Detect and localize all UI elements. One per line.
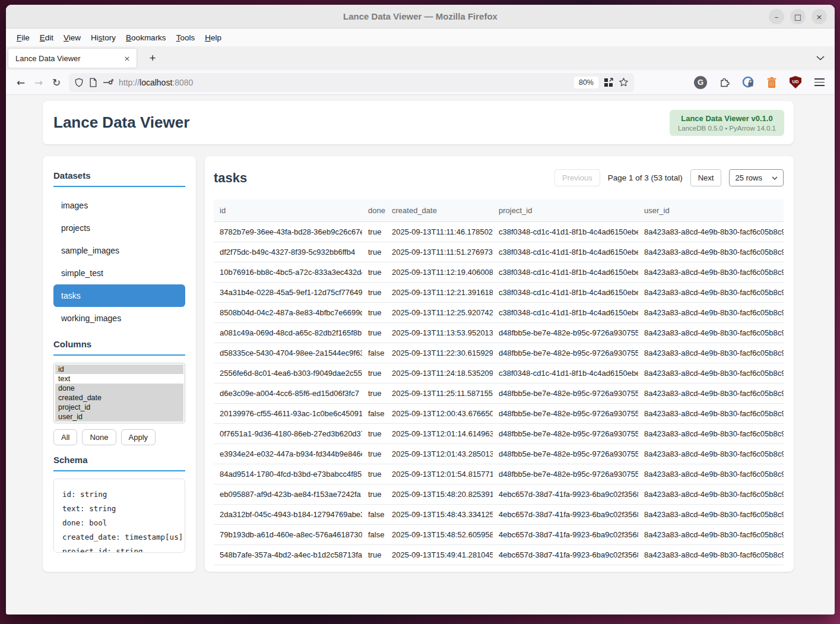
maximize-icon: □ [794,12,801,21]
menu-bookmarks[interactable]: Bookmarks [126,33,166,42]
table-cell: 8a423a83-a8cd-4e9b-8b30-facf6c05b8c9 [638,303,784,323]
trash-icon [766,77,777,88]
table-row[interactable]: 34a31b4e-0228-45a5-9ef1-12d75cf77649true… [214,283,784,303]
tab-lance-data-viewer[interactable]: Lance Data Viewer × [8,49,137,68]
apply-columns-button[interactable]: Apply [121,429,156,445]
column-option-done[interactable]: done [55,384,183,393]
column-option-user_id[interactable]: user_id [55,412,183,422]
column-option-created_date[interactable]: created_date [55,393,183,403]
table-cell: 79b193db-a61d-460e-a8ec-576a4618730b [214,525,362,545]
reload-button[interactable]: ↻ [47,74,65,91]
column-header-user_id: user_id [638,199,784,222]
table-cell: 34a31b4e-0228-45a5-9ef1-12d75cf77649 [214,283,362,303]
url-host: localhost [140,78,172,87]
new-tab-button[interactable]: + [144,49,161,67]
version-badge-subtitle: LanceDB 0.5.0 • PyArrow 14.0.1 [678,125,776,132]
table-cell: 2025-09-13T12:01:54.815771 [386,464,493,484]
table-row[interactable]: 0f7651a1-9d36-4180-86eb-27ed3b620d37true… [214,424,784,444]
table-row[interactable]: 8782b7e9-36ee-43fa-bd28-36eb9c26c67etrue… [214,222,784,242]
table-row[interactable]: 10b76916-bb8c-4bc5-a72c-833a3ec432d4true… [214,262,784,283]
table-cell: 8a423a83-a8cd-4e9b-8b30-facf6c05b8c9 [638,545,784,565]
bookmark-star-icon[interactable] [619,77,629,87]
table-row[interactable]: df2f75dc-b49c-4327-8f39-5c932bb6ffb4true… [214,242,784,262]
close-button[interactable]: × [812,9,827,24]
dataset-item-images[interactable]: images [53,194,185,217]
columns-select[interactable]: idtextdonecreated_dateproject_iduser_id [53,363,185,423]
menu-view[interactable]: View [64,33,81,42]
url-bar[interactable]: http://localhost:8080 80% [69,73,634,92]
table-row[interactable]: d6e3c09e-a004-4cc6-85f6-ed15d06f3fc7true… [214,384,784,404]
zoom-level-button[interactable]: 80% [574,77,598,88]
extensions-puzzle-icon[interactable] [717,75,731,90]
table-row[interactable]: a081c49a-069d-48cd-a65c-82db2f165f8btrue… [214,323,784,343]
column-option-text[interactable]: text [55,374,183,384]
table-cell: 2025-09-13T12:01:14.614963 [386,424,493,444]
forward-button[interactable]: → [30,74,47,91]
trash-extension-icon[interactable] [765,75,779,90]
dataset-title: tasks [214,170,247,186]
dataset-item-projects[interactable]: projects [53,217,185,239]
columns-buttons: All None Apply [53,429,185,445]
column-option-project_id[interactable]: project_id [55,403,183,412]
minimize-button[interactable]: – [769,9,784,24]
url-text: http://localhost:8080 [119,78,193,87]
table-row[interactable]: eb095887-af9d-423b-ae84-f153ae7242fatrue… [214,484,784,505]
page-info-icon[interactable] [89,78,97,87]
table-row[interactable]: 2da312bf-045c-4943-b184-12794769abe3fals… [214,505,784,525]
table-row[interactable]: 8508b04d-04c2-487a-8e83-4bfbc7e6699dtrue… [214,303,784,323]
extension-icons: G UD [693,75,829,90]
table-cell: d58335ce-5430-4704-98ee-2a1544ec9f63 [214,343,362,363]
dataset-item-sample_images[interactable]: sample_images [53,239,185,262]
table-row[interactable]: d58335ce-5430-4704-98ee-2a1544ec9f63fals… [214,343,784,363]
previous-page-button[interactable]: Previous [554,169,600,186]
table-row[interactable]: 20139976-cf55-4611-93ac-1c0be6c45091fals… [214,404,784,424]
select-all-button[interactable]: All [53,429,77,445]
containers-icon[interactable] [604,78,613,87]
table-row[interactable]: 548b7afe-357a-4bd2-a4ec-b1d2c58713fatrue… [214,545,784,565]
list-tabs-button[interactable] [812,50,829,66]
dataset-item-working_images[interactable]: working_images [53,307,185,330]
table-cell: c38f0348-cd1c-41d1-8f1b-4c4ad6150ebe [493,363,638,384]
chevron-down-icon [816,56,825,61]
table-row[interactable]: 79b193db-a61d-460e-a8ec-576a4618730bfals… [214,525,784,545]
ublock-extension-icon[interactable]: UD [788,75,803,90]
table-cell: 8a423a83-a8cd-4e9b-8b30-facf6c05b8c9 [638,404,784,424]
table-cell: true [362,484,386,505]
tab-close-icon[interactable]: × [121,52,133,64]
table-row[interactable]: e3934e24-e032-447a-b934-fd344b9e846etrue… [214,444,784,464]
table-cell: 2025-09-13T11:11:51.276973 [386,242,493,262]
next-page-button[interactable]: Next [690,169,722,186]
table-cell: 8a423a83-a8cd-4e9b-8b30-facf6c05b8c9 [638,525,784,545]
menu-edit[interactable]: Edit [40,33,53,42]
column-option-id[interactable]: id [55,365,183,374]
dataset-item-tasks[interactable]: tasks [53,284,185,307]
table-cell: 0f7651a1-9d36-4180-86eb-27ed3b620d37 [214,424,362,444]
version-badge-title: Lance Data Viewer v0.1.0 [678,114,776,123]
menu-help[interactable]: Help [205,33,221,42]
table-cell: 2025-09-13T11:25:11.587155 [386,384,493,404]
window-titlebar[interactable]: Lance Data Viewer — Mozilla Firefox – □ … [6,5,835,28]
table-cell: d48fbb5e-be7e-482e-b95c-9726a9307553 [493,323,638,343]
datasets-heading: Datasets [53,170,185,187]
permissions-icon[interactable] [103,78,113,87]
table-cell: true [362,384,386,404]
shield-icon[interactable] [74,78,84,87]
page-size-select[interactable]: 25 rows [729,169,784,186]
maximize-button[interactable]: □ [790,9,806,24]
app-menu-button[interactable] [812,75,826,90]
menu-history[interactable]: History [91,33,116,42]
select-none-button[interactable]: None [82,429,116,445]
table-row[interactable]: 84ad9514-1780-4fcd-b3bd-e73babcc4f85true… [214,464,784,484]
back-button[interactable]: ← [12,74,30,91]
window-controls: – □ × [769,9,827,24]
table-row[interactable]: 2556fe6d-8c01-4ea6-b303-f9049dae2c55true… [214,363,784,384]
menu-tools[interactable]: Tools [176,33,195,42]
menu-file[interactable]: File [17,33,30,42]
privacy-clock-extension-icon[interactable] [741,75,755,90]
table-cell: 8a423a83-a8cd-4e9b-8b30-facf6c05b8c9 [638,505,784,525]
dataset-item-simple_test[interactable]: simple_test [53,262,185,284]
table-cell: true [362,545,386,565]
table-cell: 2025-09-13T11:22:30.615929 [386,343,493,363]
table-cell: 2da312bf-045c-4943-b184-12794769abe3 [214,505,362,525]
grammar-extension-icon[interactable]: G [693,75,708,90]
